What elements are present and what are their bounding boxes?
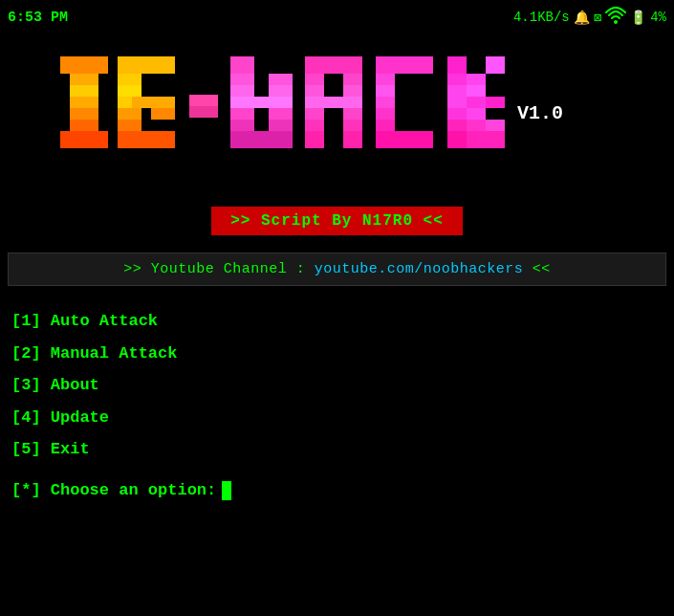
menu-number-4: [4] bbox=[11, 408, 41, 427]
svg-rect-20 bbox=[230, 85, 254, 97]
svg-rect-27 bbox=[269, 120, 293, 131]
svg-rect-5 bbox=[70, 120, 98, 131]
menu-item-3[interactable]: [3] About bbox=[11, 369, 663, 402]
svg-rect-38 bbox=[343, 120, 362, 131]
svg-rect-43 bbox=[376, 85, 395, 97]
svg-rect-33 bbox=[343, 85, 362, 97]
signal-icon: ⊠ bbox=[594, 10, 601, 26]
prompt-line: [*] Choose an option: bbox=[0, 470, 674, 500]
svg-rect-19 bbox=[230, 74, 254, 85]
logo-svg: V1.0 bbox=[41, 47, 634, 195]
svg-text:V1.0: V1.0 bbox=[517, 102, 563, 124]
menu-label-1: Auto Attack bbox=[51, 312, 158, 330]
menu-label-3: About bbox=[51, 376, 99, 394]
svg-rect-58 bbox=[467, 108, 486, 120]
svg-rect-50 bbox=[467, 74, 486, 85]
menu-label-5: Exit bbox=[51, 440, 90, 458]
youtube-prefix: >> Youtube Channel : bbox=[123, 261, 315, 277]
menu-item-1[interactable]: [1] Auto Attack bbox=[11, 305, 663, 338]
youtube-link: youtube.com/noobhackers bbox=[315, 261, 524, 277]
svg-rect-44 bbox=[376, 97, 395, 108]
svg-rect-6 bbox=[60, 131, 108, 148]
svg-rect-34 bbox=[305, 97, 362, 108]
svg-rect-22 bbox=[269, 74, 293, 85]
svg-rect-48 bbox=[447, 56, 467, 74]
svg-rect-61 bbox=[486, 120, 505, 131]
menu-label-2: Manual Attack bbox=[51, 344, 178, 363]
svg-rect-35 bbox=[305, 108, 324, 120]
svg-rect-15 bbox=[118, 131, 175, 148]
menu-label-4: Update bbox=[51, 408, 109, 427]
svg-rect-49 bbox=[447, 74, 467, 85]
svg-rect-41 bbox=[376, 56, 433, 74]
svg-rect-36 bbox=[343, 108, 362, 120]
svg-rect-24 bbox=[230, 108, 254, 120]
svg-rect-62 bbox=[447, 131, 467, 148]
svg-rect-23 bbox=[269, 85, 293, 97]
svg-rect-26 bbox=[230, 120, 254, 131]
status-right: 4.1KB/s 🔔 ⊠ 🔋 4% bbox=[513, 7, 666, 28]
status-time: 6:53 PM bbox=[8, 10, 68, 26]
svg-rect-51 bbox=[486, 56, 505, 74]
svg-rect-45 bbox=[376, 108, 395, 120]
svg-rect-14 bbox=[118, 120, 141, 131]
status-bar: 6:53 PM 4.1KB/s 🔔 ⊠ 🔋 4% bbox=[0, 0, 674, 34]
bell-icon: 🔔 bbox=[574, 10, 590, 26]
svg-rect-63 bbox=[467, 131, 505, 148]
svg-rect-30 bbox=[305, 74, 324, 85]
youtube-suffix: << bbox=[523, 261, 551, 277]
svg-rect-53 bbox=[467, 85, 486, 97]
svg-rect-37 bbox=[305, 120, 324, 131]
menu-item-2[interactable]: [2] Manual Attack bbox=[11, 338, 663, 370]
svg-rect-11 bbox=[132, 97, 175, 108]
logo-container: V1.0 bbox=[0, 44, 674, 197]
svg-rect-17 bbox=[189, 106, 218, 118]
svg-rect-47 bbox=[376, 131, 433, 148]
prompt-text: [*] Choose an option: bbox=[11, 481, 216, 499]
script-by-banner: >> Script By N17R0 << bbox=[211, 207, 463, 235]
svg-rect-8 bbox=[118, 74, 141, 85]
battery-percent: 4% bbox=[650, 10, 666, 25]
svg-rect-40 bbox=[343, 131, 362, 148]
menu: [1] Auto Attack [2] Manual Attack [3] Ab… bbox=[0, 301, 674, 470]
svg-rect-13 bbox=[151, 108, 175, 120]
svg-rect-54 bbox=[447, 97, 467, 108]
svg-rect-12 bbox=[118, 108, 141, 120]
menu-item-5[interactable]: [5] Exit bbox=[11, 433, 663, 466]
svg-rect-28 bbox=[230, 131, 293, 148]
svg-rect-56 bbox=[486, 97, 505, 108]
svg-rect-31 bbox=[343, 74, 362, 85]
menu-number-1: [1] bbox=[11, 312, 41, 330]
svg-rect-7 bbox=[118, 56, 175, 74]
svg-rect-21 bbox=[230, 97, 293, 108]
svg-rect-9 bbox=[118, 85, 141, 97]
svg-rect-55 bbox=[467, 97, 486, 108]
menu-item-4[interactable]: [4] Update bbox=[11, 402, 663, 434]
wifi-icon bbox=[605, 7, 626, 28]
svg-rect-39 bbox=[305, 131, 324, 148]
svg-rect-18 bbox=[230, 56, 254, 74]
svg-rect-59 bbox=[447, 120, 467, 131]
svg-rect-25 bbox=[269, 108, 293, 120]
svg-rect-0 bbox=[60, 56, 108, 74]
svg-rect-1 bbox=[70, 74, 98, 85]
svg-rect-16 bbox=[189, 95, 218, 106]
svg-rect-46 bbox=[376, 120, 395, 131]
youtube-banner: >> Youtube Channel : youtube.com/noobhac… bbox=[8, 253, 666, 286]
menu-number-5: [5] bbox=[11, 440, 41, 458]
svg-rect-57 bbox=[447, 108, 467, 120]
menu-number-2: [2] bbox=[11, 344, 41, 363]
svg-rect-3 bbox=[70, 97, 98, 108]
cursor bbox=[222, 481, 231, 500]
battery-icon: 🔋 bbox=[630, 10, 646, 26]
svg-rect-42 bbox=[376, 74, 395, 85]
network-speed: 4.1KB/s bbox=[513, 10, 570, 25]
svg-rect-60 bbox=[467, 120, 486, 131]
menu-number-3: [3] bbox=[11, 376, 41, 394]
svg-rect-29 bbox=[305, 56, 362, 74]
svg-rect-32 bbox=[305, 85, 324, 97]
svg-rect-2 bbox=[70, 85, 98, 97]
svg-rect-4 bbox=[70, 108, 98, 120]
svg-rect-52 bbox=[447, 85, 467, 97]
